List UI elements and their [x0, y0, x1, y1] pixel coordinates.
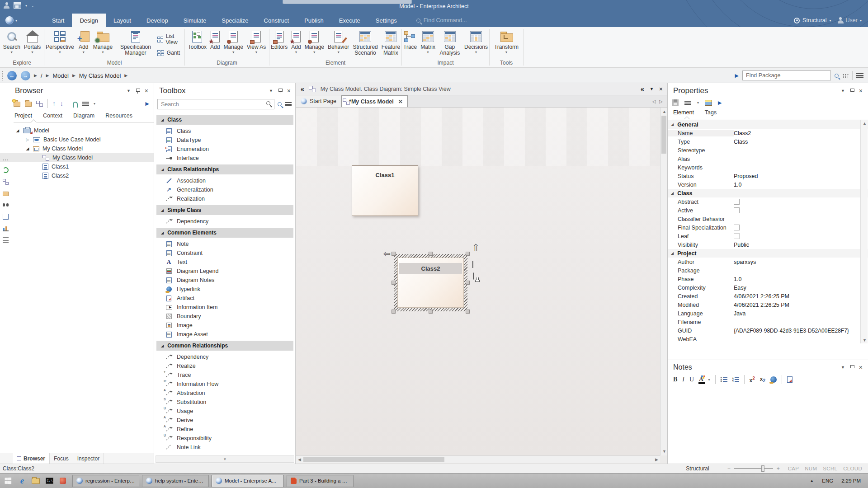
toolbox-item-text[interactable]: AText: [156, 258, 294, 267]
resize-handle-nw[interactable]: [392, 252, 396, 256]
numbered-list-button[interactable]: [732, 377, 739, 382]
prop-row-stereotype[interactable]: Stereotype: [668, 146, 868, 155]
find-command[interactable]: Find Command...: [416, 14, 467, 27]
leaf-checkbox[interactable]: [734, 233, 740, 239]
toolbox-item-enumeration[interactable]: EEnumeration: [156, 145, 294, 154]
bottom-tab-focus[interactable]: Focus: [50, 453, 73, 464]
close-icon[interactable]: ×: [859, 89, 863, 93]
prop-row-language[interactable]: LanguageJava: [668, 309, 868, 318]
find-package-input[interactable]: [742, 70, 831, 80]
prop-row-phase[interactable]: Phase1.0: [668, 275, 868, 283]
prop-section-class[interactable]: ◢Class: [668, 189, 868, 197]
quicklink-left-arrow-icon[interactable]: ⇦: [383, 249, 391, 259]
prop-row-version[interactable]: Version1.0: [668, 180, 868, 189]
toolbox-item-image[interactable]: Image: [156, 321, 294, 330]
toolbox-item-diagram-legend[interactable]: Diagram Legend: [156, 267, 294, 276]
start-button[interactable]: [0, 474, 15, 488]
scroll-down-icon[interactable]: ▼: [662, 449, 666, 454]
toolbox-item-image-asset[interactable]: Image Asset: [156, 330, 294, 339]
panel-menu-icon[interactable]: ▼: [269, 89, 273, 93]
search-button[interactable]: Search▼: [2, 28, 22, 54]
toolbox-section-class-relationships[interactable]: ◢Class Relationships: [156, 164, 293, 174]
move-up-icon[interactable]: ↑: [52, 100, 56, 107]
scroll-right-icon[interactable]: ▶: [655, 457, 658, 462]
search-icon[interactable]: [835, 74, 839, 78]
new-note-document-icon[interactable]: [787, 376, 793, 383]
prop-section-project[interactable]: ◢Project: [668, 249, 868, 258]
scrollbar-thumb[interactable]: [661, 116, 666, 154]
properties-tab-tags[interactable]: Tags: [704, 108, 717, 119]
quicklink-up-arrow-icon[interactable]: ⇧: [472, 242, 480, 254]
prop-row-type[interactable]: TypeClass: [668, 137, 868, 146]
abstract-checkbox[interactable]: [734, 199, 740, 205]
zoom-in-icon[interactable]: +: [777, 465, 780, 472]
prop-row-package[interactable]: Package: [668, 266, 868, 275]
diagram-manage-button[interactable]: Manage▼: [222, 28, 244, 54]
prop-row-alias[interactable]: Alias: [668, 155, 868, 163]
toolbox-section-common-relationships[interactable]: ◢Common Relationships: [156, 341, 293, 351]
browser-tab-resources[interactable]: Resources: [104, 111, 133, 122]
prop-row-keywords[interactable]: Keywords: [668, 163, 868, 172]
prop-row-final-specialization[interactable]: Final Specialization: [668, 223, 868, 232]
diagram-canvas[interactable]: Class1 Class2 ⇦ ⇧: [296, 108, 660, 455]
prop-row-created[interactable]: Created4/06/2021 2:26:25 PM: [668, 292, 868, 300]
element-add-button[interactable]: Add▼: [290, 28, 302, 56]
properties-menu-icon[interactable]: [684, 101, 691, 105]
pin-icon[interactable]: [136, 89, 139, 94]
toolbox-item-diagram-notes[interactable]: Diagram Notes: [156, 276, 294, 285]
toolbox-item-association[interactable]: Association: [156, 176, 294, 185]
toolbox-item-generalization[interactable]: ↗Generalization: [156, 185, 294, 194]
tree-item-class1[interactable]: Class1: [0, 162, 154, 171]
back-button[interactable]: ←: [7, 71, 17, 80]
tab-layout[interactable]: Layout: [106, 14, 139, 27]
prop-row-leaf[interactable]: Leaf: [668, 232, 868, 240]
diagram-breadcrumb[interactable]: My Class Model. Class Diagram: Simple Cl…: [321, 86, 451, 92]
tab-scroll-left-icon[interactable]: ◁: [652, 99, 656, 104]
taskbar-window-part3[interactable]: Part 3 - Building a M...: [287, 475, 354, 487]
prop-row-abstract[interactable]: Abstract: [668, 197, 868, 206]
folder-icon[interactable]: [3, 192, 9, 196]
toolbox-item-realize[interactable]: Realize: [156, 361, 294, 371]
subscript-button[interactable]: x2: [760, 376, 765, 383]
taskbar-window-help-system[interactable]: help system - Enterp...: [142, 475, 209, 487]
grid-options-icon[interactable]: [842, 73, 849, 79]
collapse-left-icon[interactable]: «: [301, 85, 304, 93]
element-features-icon[interactable]: [472, 261, 473, 268]
toolbox-item-boundary[interactable]: Boundary: [156, 312, 294, 321]
new-diagram-icon[interactable]: [36, 101, 43, 107]
toolbox-item-hyperlink[interactable]: Hyperlink: [156, 285, 294, 294]
toolbox-scroll-strip[interactable]: ▼: [156, 455, 294, 463]
prop-row-modified[interactable]: Modified4/06/2021 2:26:25 PM: [668, 300, 868, 309]
resize-handle-w[interactable]: [392, 281, 396, 285]
prop-row-filename[interactable]: Filename: [668, 318, 868, 326]
breadcrumb-root[interactable]: /: [41, 72, 42, 79]
scroll-up-icon[interactable]: ▲: [863, 121, 867, 126]
close-icon[interactable]: ×: [859, 365, 863, 370]
status-perspective[interactable]: Structural: [686, 465, 709, 472]
taskbar-cmd-icon[interactable]: C:\_: [42, 474, 56, 488]
prop-row-visibility[interactable]: VisibilityPublic: [668, 240, 868, 249]
tab-specialize[interactable]: Specialize: [214, 14, 256, 27]
prop-row-classifier-behavior[interactable]: Classifier Behavior: [668, 215, 868, 223]
matrix-button[interactable]: Matrix▼: [419, 28, 437, 56]
panel-menu-icon[interactable]: ▼: [841, 365, 845, 370]
toolbox-item-note[interactable]: Note: [156, 239, 294, 249]
list-icon[interactable]: [3, 237, 9, 243]
prop-section-general[interactable]: ◢General: [668, 120, 868, 129]
properties-scrollbar[interactable]: ▲ ▼: [860, 120, 868, 343]
collapse-right-icon[interactable]: «: [641, 85, 644, 93]
prop-row-complexity[interactable]: ComplexityEasy: [668, 283, 868, 292]
toolbox-item-class[interactable]: Class: [156, 127, 294, 136]
toolbox-item-information-item[interactable]: Information Item: [156, 303, 294, 312]
underline-button[interactable]: U: [689, 376, 694, 383]
locate-icon[interactable]: [73, 102, 78, 108]
grip-icon[interactable]: [3, 159, 9, 161]
perspective-button[interactable]: Perspective▼: [44, 28, 75, 56]
bold-button[interactable]: B: [673, 376, 677, 383]
resize-handle-s[interactable]: [429, 310, 433, 314]
toolbox-item-datatype[interactable]: DataType: [156, 136, 294, 145]
tab-execute[interactable]: Execute: [331, 14, 368, 27]
gantt-button[interactable]: Gantt: [157, 50, 184, 56]
gap-analysis-button[interactable]: Gap Analysis: [438, 28, 462, 56]
prop-row-active[interactable]: Active: [668, 206, 868, 215]
